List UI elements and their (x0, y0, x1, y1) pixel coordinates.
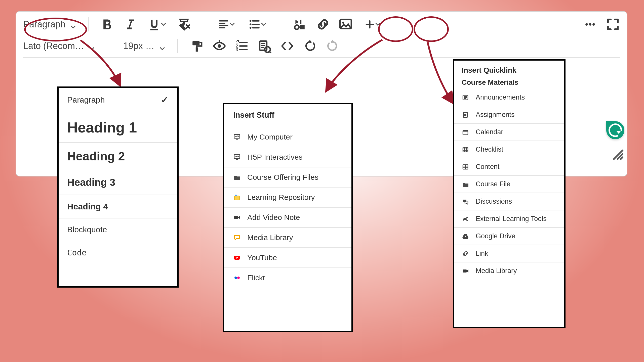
insert-stuff-title: Insert Stuff (224, 104, 351, 127)
menu-item-label: External Learning Tools (476, 215, 547, 223)
format-painter-button[interactable] (190, 39, 204, 53)
format-option-label: Heading 3 (67, 177, 115, 188)
accessibility-checker-button[interactable] (212, 39, 226, 53)
quicklink-item[interactable]: Checklist (454, 141, 564, 158)
insert-stuff-item[interactable]: YouTube (224, 247, 351, 267)
menu-item-label: Media Library (476, 267, 517, 275)
insert-stuff-item[interactable]: Add Video Note (224, 207, 351, 227)
folder-icon (233, 173, 241, 181)
monitor-icon (233, 133, 241, 141)
redo-button[interactable] (326, 39, 340, 53)
menu-item-label: Learning Repository (247, 193, 315, 202)
format-option-label: Blockquote (67, 225, 107, 234)
link-icon (462, 250, 469, 257)
insert-stuff-item[interactable]: Flickr (224, 267, 351, 288)
font-size-select[interactable]: 19px … (123, 41, 165, 51)
check-icon (462, 146, 469, 153)
folder-icon (462, 180, 469, 188)
quicklink-item[interactable]: Assignments (454, 106, 564, 123)
format-option-p[interactable]: Paragraph✓ (59, 88, 177, 112)
menu-item-label: Assignments (476, 111, 515, 119)
menu-item-label: Add Video Note (247, 213, 300, 222)
assign-icon (462, 111, 469, 119)
list-button[interactable] (246, 17, 269, 31)
source-code-button[interactable] (280, 39, 294, 53)
insert-more-button[interactable] (361, 17, 384, 31)
quicklink-item[interactable]: Discussions (454, 193, 564, 210)
format-option-bq[interactable]: Blockquote (59, 218, 177, 241)
insert-stuff-item[interactable]: My Computer (224, 127, 351, 147)
quicklink-item[interactable]: Course File (454, 175, 564, 193)
menu-item-label: My Computer (247, 133, 293, 141)
menu-item-label: Media Library (247, 233, 293, 242)
insert-stuff-panel: Insert Stuff My ComputerH5P Interactives… (223, 103, 353, 332)
quicklink-item[interactable]: Announcements (454, 89, 564, 106)
camera-icon (233, 214, 241, 221)
block-format-select[interactable]: Paragraph (23, 19, 76, 30)
font-family-select[interactable]: Lato (Recom… (23, 41, 99, 51)
chevron-down-icon (89, 43, 95, 49)
menu-item-label: Announcements (476, 94, 525, 101)
menu-item-label: Content (476, 163, 500, 171)
insert-stuff-item[interactable]: Course Offering Files (224, 167, 351, 187)
toolbar-row-2: Lato (Recom… 19px … (16, 35, 627, 57)
quicklink-item[interactable]: Media Library (454, 262, 564, 279)
insert-stuff-item[interactable]: H5P Interactives (224, 147, 351, 167)
quicklink-item[interactable]: External Learning Tools (454, 210, 564, 227)
quicklink-item[interactable]: Content (454, 158, 564, 175)
italic-button[interactable] (123, 17, 137, 31)
divider (203, 17, 203, 31)
clear-format-button[interactable] (177, 17, 191, 31)
grammarly-icon[interactable] (606, 121, 624, 139)
divider (281, 17, 281, 31)
underline-button[interactable] (146, 17, 168, 31)
plug-icon (462, 215, 469, 223)
insert-stuff-button[interactable] (293, 17, 307, 31)
quicklink-item[interactable]: Calendar (454, 123, 564, 141)
align-button[interactable] (215, 17, 237, 31)
lor-icon (233, 194, 241, 201)
bold-button[interactable] (101, 17, 115, 31)
insert-quicklink-button[interactable] (316, 17, 330, 31)
camera-icon (462, 267, 469, 275)
chevron-down-icon (70, 22, 76, 27)
menu-item-label: Calendar (476, 128, 503, 136)
font-size-value: 19px … (123, 41, 154, 51)
insert-stuff-item[interactable]: Media Library (224, 227, 351, 247)
quicklink-item[interactable]: Google Drive (454, 227, 564, 245)
menu-item-label: H5P Interactives (247, 153, 303, 161)
format-option-label: Heading 4 (67, 202, 108, 211)
youtube-icon (233, 254, 241, 261)
menu-item-label: Course Offering Files (247, 173, 318, 182)
format-option-h2[interactable]: Heading 2 (59, 142, 177, 170)
insert-stuff-item[interactable]: Learning Repository (224, 187, 351, 207)
monitor-icon (233, 153, 241, 161)
format-option-label: Code (67, 248, 87, 257)
toolbar-separator (23, 57, 620, 58)
toolbar-row-1: Paragraph (16, 14, 627, 35)
chevron-down-icon (159, 43, 165, 49)
undo-button[interactable] (303, 39, 317, 53)
format-option-h4[interactable]: Heading 4 (59, 195, 177, 218)
word-count-button[interactable] (235, 39, 249, 53)
format-option-h1[interactable]: Heading 1 (59, 112, 177, 142)
more-actions-button[interactable] (583, 17, 597, 31)
equation-button[interactable] (258, 39, 272, 53)
format-option-label: Paragraph (67, 95, 105, 105)
font-family-value: Lato (Recom… (23, 41, 84, 51)
format-option-code[interactable]: Code (59, 241, 177, 264)
chevron-down-icon (229, 22, 235, 27)
menu-item-label: YouTube (247, 253, 277, 262)
menu-item-label: Link (476, 250, 488, 257)
menu-item-label: Checklist (476, 146, 503, 153)
quicklink-item[interactable]: Link (454, 245, 564, 262)
divider (88, 17, 89, 31)
speech-icon (233, 234, 241, 241)
cal-icon (462, 128, 469, 136)
insert-image-button[interactable] (339, 17, 353, 31)
resize-grip-icon[interactable] (611, 148, 624, 160)
format-menu-panel: Paragraph✓Heading 1Heading 2Heading 3Hea… (57, 86, 179, 288)
format-option-label: Heading 1 (67, 119, 137, 136)
fullscreen-button[interactable] (606, 17, 620, 31)
format-option-h3[interactable]: Heading 3 (59, 170, 177, 195)
